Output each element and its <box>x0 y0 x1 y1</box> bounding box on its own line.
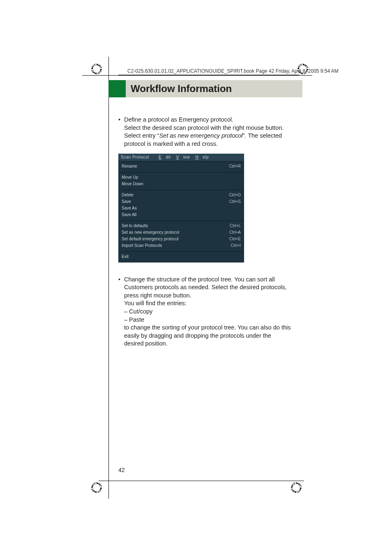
menu-item-saveas: Save As <box>122 205 241 212</box>
menu-edit: Edit <box>159 155 171 159</box>
registration-crosshair <box>295 263 311 279</box>
crop-rule-left <box>108 57 109 499</box>
menu-view: View <box>176 155 190 159</box>
bullet2-dash1: – Cut/copy <box>124 308 152 315</box>
menu-item-importscan: Import Scan ProtocolsCtrl+I <box>122 242 241 249</box>
registration-starburst <box>91 482 102 493</box>
registration-crosshair <box>81 456 98 472</box>
registration-crosshair <box>189 480 205 496</box>
menu-item-delete: DeleteCtrl+D <box>122 192 241 198</box>
bullet2-p2: You will find the entries: <box>124 300 187 306</box>
registration-crosshair <box>105 60 122 76</box>
chapter-color-tab <box>108 80 126 97</box>
menu-item-movedown: Move Down <box>122 181 241 187</box>
page-body: • Define a protocol as Emergency protoco… <box>118 114 291 348</box>
bullet-item: • Change the structure of the protocol t… <box>118 276 291 348</box>
edit-menu-screenshot: Scan Protocol Edit View Help RenameCtrl+… <box>118 154 244 263</box>
menu-group: Move Up Move Down <box>118 173 244 190</box>
bullet2-p3: to change the sorting of your protocol t… <box>124 324 291 347</box>
menu-item-moveup: Move Up <box>122 174 241 181</box>
bullet-dot: • <box>118 116 124 148</box>
menu-group: Set to defaultsCtrl+L Set as new emergen… <box>118 221 244 251</box>
menu-group: RenameCtrl+R <box>118 161 244 172</box>
bullet2-dash2: – Paste <box>124 316 144 323</box>
chapter-title: Workflow Information <box>131 83 232 94</box>
menu-group: Exit <box>118 252 244 263</box>
bullet1-emphasis: Set as new emergency protocol <box>159 132 242 139</box>
bullet-item: • Define a protocol as Emergency protoco… <box>118 116 291 148</box>
menu-bar: Scan Protocol Edit View Help <box>118 154 244 161</box>
registration-starburst <box>91 64 102 74</box>
registration-crosshair <box>274 480 290 496</box>
chapter-heading-bar: Workflow Information <box>108 80 302 97</box>
registration-crosshair <box>296 456 312 472</box>
registration-crosshair <box>81 263 98 279</box>
menu-item-save: SaveCtrl+S <box>122 198 241 205</box>
registration-starburst <box>291 482 302 493</box>
bullet1-line1: Define a protocol as Emergency protocol. <box>124 116 233 123</box>
menu-item-settodefaults: Set to defaultsCtrl+L <box>122 223 241 229</box>
page-number: 42 <box>118 467 125 473</box>
registration-crosshair <box>106 480 122 496</box>
menu-item-rename: RenameCtrl+R <box>122 163 241 170</box>
book-header-underline <box>118 75 299 75</box>
menu-help: Help <box>196 155 209 159</box>
menu-scanprotocol: Scan Protocol <box>121 155 153 159</box>
menu-item-exit: Exit <box>122 253 241 260</box>
menu-item-saveall: Save All <box>122 212 241 218</box>
bullet2-p1: Change the structure of the protocol tre… <box>124 276 287 299</box>
book-header-line: C2-025.630.01.01.02_APPLICATIONGUIDE_SPI… <box>127 68 339 74</box>
menu-group: DeleteCtrl+D SaveCtrl+S Save As Save All <box>118 190 244 221</box>
menu-item-setnewemergency: Set as new emergency protocolCtrl+A <box>122 229 241 236</box>
menu-item-setdefaultemergency: Set default emergency protocolCtrl+E <box>122 236 241 242</box>
bullet-dot: • <box>118 276 124 348</box>
